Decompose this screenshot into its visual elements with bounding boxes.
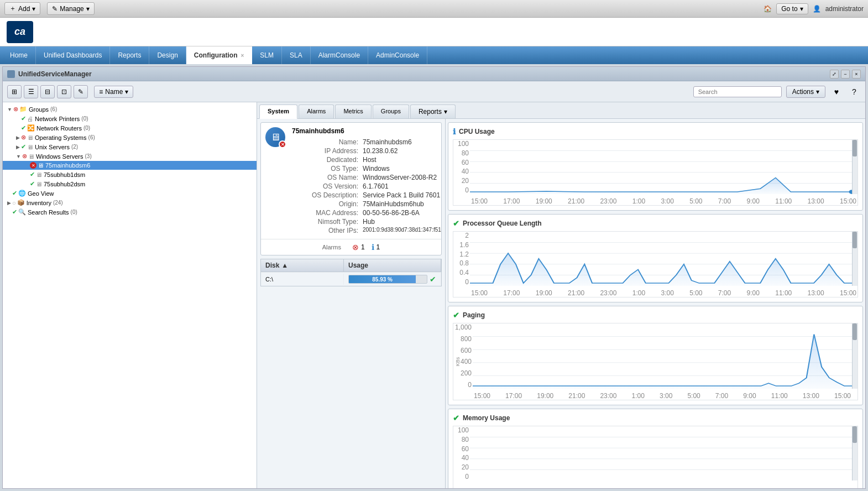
unix-count: (2) [71,144,78,150]
inv-label: Inventory [27,200,51,206]
tree-item-groups[interactable]: ▼ ⊗ 📁 Groups (6) [3,105,257,114]
server-status-badge: ✕ [279,140,286,148]
manage-button[interactable]: ✎ Manage ▾ [47,2,94,15]
paging-icon: ✔ [453,311,459,320]
view-grid-btn[interactable]: ⊞ [7,85,22,98]
nav-tab-unified-dashboards[interactable]: Unified Dashboards [36,46,110,64]
paging-title-text: Paging [463,311,485,319]
nav-tab-sla[interactable]: SLA [282,46,311,64]
search-input[interactable] [693,86,782,97]
np-count: (0) [81,116,88,122]
dedicated-value: Host [363,156,442,164]
tree-item-75subhub2dsm[interactable]: ▶ ✔ 🖥 75subhub2dsm [3,179,257,189]
cpu-chart-area: 100806040200 [453,139,858,206]
nav-tab-alarmconsole[interactable]: AlarmConsole [311,46,368,64]
usage-bar-bg: 85.93 % [348,275,427,284]
sort-icon: ≡ [99,88,103,96]
tab-metrics[interactable]: Metrics [335,105,371,118]
goto-chevron: ▾ [800,5,803,13]
expand-button[interactable]: ⤢ [830,70,839,79]
os-version-value: 6.1.7601 [363,182,442,190]
tree-item-operating-systems[interactable]: ▶ ⊗ 🖥 Operating Systems (6) [3,133,257,142]
paging-chart-plot [473,323,852,389]
actions-button[interactable]: Actions ▾ [786,86,825,98]
win-count: (3) [85,153,92,159]
os-count: (6) [88,134,95,140]
pql-scrollbar[interactable] [852,232,857,286]
minimize-button[interactable]: − [841,70,850,79]
sr-status-icon: ✔ [12,208,17,216]
close-button[interactable]: × [852,70,861,79]
groups-folder-icon: 📁 [19,106,27,113]
os-desc-label: OS Description: [292,191,358,199]
tab-groups[interactable]: Groups [373,105,409,118]
tree-item-unix-servers[interactable]: ▶ ✔ 🖥 Unix Servers (2) [3,142,257,152]
nav-tab-adminconsole[interactable]: AdminConsole [368,46,427,64]
memory-y-labels: 100806040200 [453,426,470,480]
hostname: 75mainhubdsm6 [292,127,344,135]
tab-reports[interactable]: Reports ▾ [410,105,456,118]
chart-cpu-usage: ℹ CPU Usage 100806040200 [448,122,863,211]
tree-item-network-routers[interactable]: ▶ ✔ 🔀 Network Routers (0) [3,123,257,133]
nav-tab-design[interactable]: Design [149,46,186,64]
nav-tab-configuration[interactable]: Configuration × [186,46,253,64]
close-icon[interactable]: × [240,53,244,59]
origin-label: Origin: [292,200,358,208]
toolbar: ⊞ ☰ ⊟ ⊡ ✎ ≡ Name ▾ Actions ▾ ♥ ? [3,81,865,102]
os-icon: 🖥 [27,134,33,141]
reports-dropdown-icon[interactable]: ▾ [444,108,447,116]
nav-tab-home[interactable]: Home [2,46,36,64]
unix-status-icon: ✔ [21,143,26,150]
host-info-container: 75mainhubdsm6 Name: 75mainhubdsm6 IP Add… [292,127,442,234]
add-button[interactable]: ＋ Add ▾ [4,2,40,15]
sr-count: (0) [71,209,77,215]
tree-item-windows-servers[interactable]: ▼ ⊗ 🖥 Windows Servers (3) [3,152,257,161]
os-type-label: OS Type: [292,165,358,173]
tree-item-geo-view[interactable]: ▶ ✔ 🌐 Geo View [3,189,257,198]
cpu-scrollbar[interactable] [852,140,857,194]
actions-label: Actions [792,88,814,96]
view-detail-btn[interactable]: ⊡ [57,85,71,98]
np-label: Network Printers [35,116,80,122]
view-tile-btn[interactable]: ⊟ [40,85,55,98]
tab-alarms[interactable]: Alarms [299,105,334,118]
tree-item-search-results[interactable]: ▶ ✔ 🔍 Search Results (0) [3,207,257,217]
tree-item-75subhub1dsm[interactable]: ▶ ✔ 🖥 75subhub1dsm [3,170,257,179]
groups-status-icon: ⊗ [13,106,18,113]
mac-value: 00-50-56-86-2B-6A [363,209,442,217]
memory-chart-area: 100806040200 [453,426,858,488]
right-charts: ℹ CPU Usage 100806040200 [445,119,865,488]
groups-count: (6) [50,106,57,112]
cpu-y-labels: 100806040200 [453,140,470,194]
help-button[interactable]: ? [848,85,861,98]
disk-sort-icon[interactable]: ▲ [281,262,288,269]
goto-icon: 🏠 [764,5,772,13]
sub2-icon: 🖥 [36,181,42,187]
tab-system[interactable]: System [259,105,297,119]
tree-item-inventory[interactable]: ▶ ○ 📦 Inventory (24) [3,198,257,207]
paging-scrollbar-thumb [853,323,857,340]
paging-scrollbar[interactable] [852,323,857,389]
favorites-button[interactable]: ♥ [830,85,843,98]
tree-item-network-printers[interactable]: ▶ ✔ 🖨 Network Printers (0) [3,114,257,123]
name-dropdown[interactable]: ≡ Name ▾ [94,86,133,98]
os-desc-value: Service Pack 1 Build 7601 [363,191,442,199]
user-icon: 👤 [813,5,821,13]
goto-button[interactable]: Go to ▾ [776,3,808,14]
manage-chevron: ▾ [86,5,90,13]
geo-label: Geo View [28,190,54,197]
view-list-btn[interactable]: ☰ [24,85,38,98]
tree-item-75mainhubdsm6[interactable]: ▶ ✕ 🖥 75mainhubdsm6 [3,161,257,170]
edit-btn[interactable]: ✎ [74,85,88,98]
memory-chart-plot [470,426,852,480]
disk-col-header: Disk ▲ [261,259,344,271]
sub2-status-icon: ✔ [30,180,35,187]
nav-tab-slm[interactable]: SLM [252,46,282,64]
disk-header-label: Disk [265,262,279,269]
info-alarm-count: 1 [377,243,380,251]
memory-scrollbar[interactable] [852,426,857,480]
nimsoft-value: Hub [363,218,442,226]
np-status-icon: ✔ [21,115,26,122]
nav-tab-reports[interactable]: Reports [110,46,149,64]
user-label: administrator [825,5,864,13]
